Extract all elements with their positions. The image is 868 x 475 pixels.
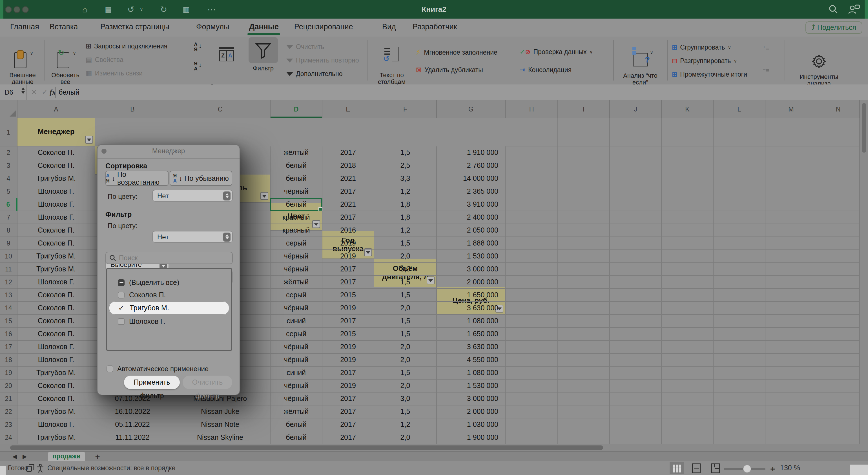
sort-az-descending-button[interactable]: ЯА↓ xyxy=(194,61,202,71)
cell-K21[interactable] xyxy=(662,393,714,405)
sort-by-color-select[interactable]: Нет xyxy=(152,190,233,202)
cell-D11[interactable]: чёрный xyxy=(271,263,322,276)
cell-L19[interactable] xyxy=(714,367,766,379)
cell-K14[interactable] xyxy=(662,302,714,315)
cell-E16[interactable]: 2015 xyxy=(322,328,374,341)
cell-D24[interactable]: белый xyxy=(271,431,322,444)
cell-I10[interactable] xyxy=(558,250,610,263)
column-header-M[interactable]: M xyxy=(766,100,817,118)
cell-A3[interactable]: Соколов П. xyxy=(18,159,95,172)
cell-K10[interactable] xyxy=(662,250,714,263)
cell-A22[interactable]: Тригубов М. xyxy=(18,405,95,418)
cell-A9[interactable]: Соколов П. xyxy=(18,237,95,250)
add-sheet-button[interactable]: ＋ xyxy=(94,452,101,461)
indeterminate-checkbox[interactable] xyxy=(118,279,125,286)
cell-J18[interactable] xyxy=(610,354,662,367)
tab-вставка[interactable]: Вставка xyxy=(50,19,78,37)
cell-M4[interactable] xyxy=(766,172,817,185)
cell-A8[interactable]: Соколов П. xyxy=(18,224,95,237)
cell-D2[interactable]: жёлтый xyxy=(271,146,322,159)
column-header-D[interactable]: D xyxy=(271,100,322,118)
accessibility-icon[interactable] xyxy=(36,464,44,473)
cell-L22[interactable] xyxy=(714,405,766,418)
cell-L15[interactable] xyxy=(714,315,766,328)
cell-J23[interactable] xyxy=(610,418,662,431)
cell-J24[interactable] xyxy=(610,431,662,444)
cell-K11[interactable] xyxy=(662,263,714,276)
cell-E21[interactable]: 2017 xyxy=(322,393,374,405)
cell-G19[interactable]: 1 080 000 xyxy=(437,367,505,379)
tab-разработчик[interactable]: Разработчик xyxy=(412,19,457,37)
cell-D10[interactable]: чёрный xyxy=(271,250,322,263)
cell-M5[interactable] xyxy=(766,185,817,198)
cell-N14[interactable] xyxy=(817,302,860,315)
cell-G15[interactable]: 1 080 000 xyxy=(437,315,505,328)
cell-G10[interactable]: 1 530 000 xyxy=(437,250,505,263)
cell-L4[interactable] xyxy=(714,172,766,185)
cell-D23[interactable]: белый xyxy=(271,418,322,431)
cell-K12[interactable] xyxy=(662,276,714,289)
page-layout-view-button[interactable] xyxy=(689,462,704,474)
cell-K24[interactable] xyxy=(662,431,714,444)
cell-I3[interactable] xyxy=(558,159,610,172)
cell-B24[interactable]: 11.11.2022 xyxy=(95,431,170,444)
cell-A21[interactable]: Соколов П. xyxy=(18,393,95,405)
formula-bar-value[interactable]: белый xyxy=(59,84,80,100)
show-detail-icon[interactable]: ⁺≡ xyxy=(763,44,769,52)
cell-F18[interactable]: 2,0 xyxy=(374,354,437,367)
cell-J11[interactable] xyxy=(610,263,662,276)
cell-N7[interactable] xyxy=(817,211,860,224)
horizontal-scrollbar[interactable] xyxy=(0,444,868,451)
active-cell-selection[interactable] xyxy=(270,198,322,211)
cell-G7[interactable]: 2 400 000 xyxy=(437,211,505,224)
cell-J2[interactable] xyxy=(610,146,662,159)
zoom-in-button[interactable]: ＋ xyxy=(769,461,777,475)
row-header-21[interactable]: 21 xyxy=(0,393,18,405)
auto-apply-checkbox[interactable] xyxy=(106,366,113,372)
cell-A20[interactable]: Соколов П. xyxy=(18,379,95,393)
cell-I19[interactable] xyxy=(558,367,610,379)
cell-M21[interactable] xyxy=(766,393,817,405)
cell-E18[interactable]: 2019 xyxy=(322,354,374,367)
row-header-24[interactable]: 24 xyxy=(0,431,18,444)
cell-I13[interactable] xyxy=(558,289,610,302)
cell-N13[interactable] xyxy=(817,289,860,302)
cell-N3[interactable] xyxy=(817,159,860,172)
apply-filter-button[interactable]: Применить фильтр xyxy=(124,376,180,389)
cell-D5[interactable]: чёрный xyxy=(271,185,322,198)
cell-G17[interactable]: 3 630 000 xyxy=(437,341,505,354)
cell-M18[interactable] xyxy=(766,354,817,367)
cell-M15[interactable] xyxy=(766,315,817,328)
insert-function-icon[interactable]: fx xyxy=(50,84,56,100)
unchecked-checkbox[interactable] xyxy=(118,292,125,299)
cell-G4[interactable]: 14 000 000 xyxy=(437,172,505,185)
cell-K23[interactable] xyxy=(662,418,714,431)
cell-J9[interactable] xyxy=(610,237,662,250)
row-header-14[interactable]: 14 xyxy=(0,302,18,315)
cell-H19[interactable] xyxy=(505,367,558,379)
cell-I23[interactable] xyxy=(558,418,610,431)
cell-L12[interactable] xyxy=(714,276,766,289)
cell-E17[interactable]: 2019 xyxy=(322,341,374,354)
cell-J13[interactable] xyxy=(610,289,662,302)
cell-A11[interactable]: Тригубов М. xyxy=(18,263,95,276)
tab-вид[interactable]: Вид xyxy=(382,19,396,37)
sort-az-ascending-button[interactable]: АЯ↓ xyxy=(194,42,202,53)
cell-A19[interactable]: Тригубов М. xyxy=(18,367,95,379)
group-button[interactable]: ⊞ Сгруппировать∨ xyxy=(672,43,731,51)
cell-H12[interactable] xyxy=(505,276,558,289)
cell-H13[interactable] xyxy=(505,289,558,302)
cell-M11[interactable] xyxy=(766,263,817,276)
cell-M10[interactable] xyxy=(766,250,817,263)
cell-G9[interactable]: 1 888 000 xyxy=(437,237,505,250)
cell-D21[interactable]: чёрный xyxy=(271,393,322,405)
list-item-тригубов[interactable]: ✓ Тригубов М. xyxy=(109,301,229,315)
flash-fill-button[interactable]: ⚡ Мгновенное заполнение xyxy=(416,48,497,56)
cell-N11[interactable] xyxy=(817,263,860,276)
row-header-2[interactable]: 2 xyxy=(0,146,18,159)
cell-E7[interactable]: 2017 xyxy=(322,211,374,224)
cell-J16[interactable] xyxy=(610,328,662,341)
cell-M22[interactable] xyxy=(766,405,817,418)
cell-F13[interactable]: 1,5 xyxy=(374,289,437,302)
cell-L6[interactable] xyxy=(714,198,766,211)
